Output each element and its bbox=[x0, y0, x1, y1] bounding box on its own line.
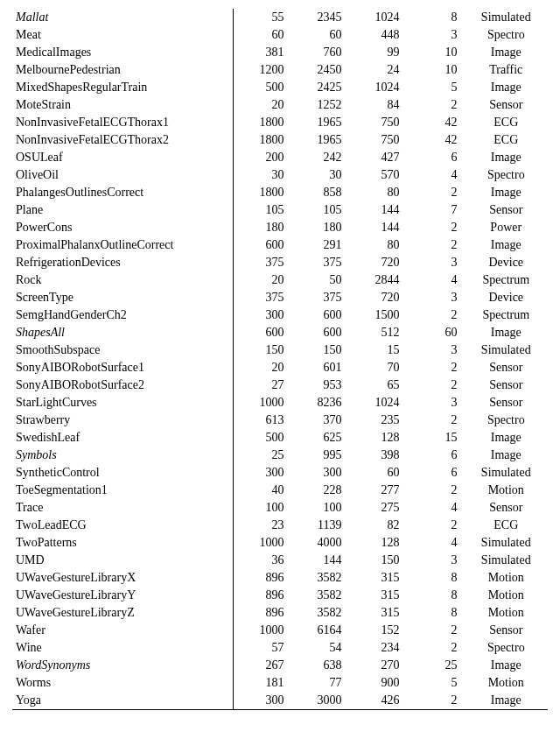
dataset-name: Yoga bbox=[12, 692, 233, 710]
col-3-value: 150 bbox=[349, 552, 407, 569]
dataset-name: Mallat bbox=[12, 9, 233, 26]
dataset-name: NonInvasiveFetalECGThorax2 bbox=[12, 131, 233, 149]
col-2-value: 375 bbox=[291, 254, 349, 271]
col-4-value: 2 bbox=[407, 692, 465, 710]
col-1-value: 1000 bbox=[233, 622, 290, 639]
col-1-value: 40 bbox=[233, 482, 290, 499]
category-value: Image bbox=[465, 79, 548, 96]
category-value: Simulated bbox=[465, 464, 548, 482]
dataset-table: Mallat55234510248SimulatedMeat60604483Sp… bbox=[12, 9, 548, 710]
col-2-value: 228 bbox=[291, 482, 349, 499]
dataset-name: MelbournePedestrian bbox=[12, 61, 233, 79]
col-4-value: 5 bbox=[407, 674, 465, 692]
col-4-value: 6 bbox=[407, 447, 465, 464]
col-3-value: 235 bbox=[349, 412, 407, 429]
col-3-value: 900 bbox=[349, 674, 407, 692]
col-4-value: 3 bbox=[407, 289, 465, 306]
col-3-value: 315 bbox=[349, 604, 407, 622]
category-value: Spectro bbox=[465, 26, 548, 44]
category-value: Image bbox=[465, 429, 548, 447]
col-1-value: 613 bbox=[233, 412, 290, 429]
col-3-value: 1024 bbox=[349, 9, 407, 26]
col-2-value: 1965 bbox=[291, 114, 349, 131]
col-2-value: 2450 bbox=[291, 61, 349, 79]
dataset-name: PhalangesOutlinesCorrect bbox=[12, 184, 233, 201]
table-row: SyntheticControl300300606Simulated bbox=[12, 464, 548, 482]
col-3-value: 80 bbox=[349, 184, 407, 201]
col-1-value: 1800 bbox=[233, 131, 290, 149]
col-1-value: 375 bbox=[233, 289, 290, 306]
col-4-value: 3 bbox=[407, 552, 465, 569]
col-1-value: 1800 bbox=[233, 114, 290, 131]
col-4-value: 7 bbox=[407, 201, 465, 219]
dataset-name: Strawberry bbox=[12, 412, 233, 429]
col-1-value: 300 bbox=[233, 306, 290, 324]
dataset-name: NonInvasiveFetalECGThorax1 bbox=[12, 114, 233, 131]
table-row: RefrigerationDevices3753757203Device bbox=[12, 254, 548, 271]
col-4-value: 3 bbox=[407, 254, 465, 271]
col-2-value: 2345 bbox=[291, 9, 349, 26]
col-4-value: 8 bbox=[407, 604, 465, 622]
col-4-value: 2 bbox=[407, 622, 465, 639]
col-2-value: 54 bbox=[291, 639, 349, 657]
col-1-value: 1800 bbox=[233, 184, 290, 201]
col-2-value: 3582 bbox=[291, 587, 349, 604]
col-3-value: 15 bbox=[349, 341, 407, 359]
col-2-value: 3582 bbox=[291, 604, 349, 622]
dataset-name: MedicalImages bbox=[12, 44, 233, 61]
col-1-value: 150 bbox=[233, 341, 290, 359]
col-1-value: 30 bbox=[233, 166, 290, 184]
category-value: Power bbox=[465, 219, 548, 236]
dataset-name: SonyAIBORobotSurface1 bbox=[12, 359, 233, 376]
col-3-value: 1024 bbox=[349, 79, 407, 96]
dataset-name: MixedShapesRegularTrain bbox=[12, 79, 233, 96]
col-3-value: 144 bbox=[349, 201, 407, 219]
col-2-value: 30 bbox=[291, 166, 349, 184]
dataset-name: Worms bbox=[12, 674, 233, 692]
table-row: OliveOil30305704Spectro bbox=[12, 166, 548, 184]
col-2-value: 760 bbox=[291, 44, 349, 61]
table-row: StarLightCurves1000823610243Sensor bbox=[12, 394, 548, 412]
category-value: Spectrum bbox=[465, 271, 548, 289]
col-1-value: 300 bbox=[233, 692, 290, 710]
category-value: Motion bbox=[465, 604, 548, 622]
col-3-value: 720 bbox=[349, 254, 407, 271]
category-value: Image bbox=[465, 324, 548, 341]
col-3-value: 720 bbox=[349, 289, 407, 306]
category-value: Simulated bbox=[465, 552, 548, 569]
table-row: SmoothSubspace150150153Simulated bbox=[12, 341, 548, 359]
category-value: Simulated bbox=[465, 341, 548, 359]
table-row: Meat60604483Spectro bbox=[12, 26, 548, 44]
col-2-value: 144 bbox=[291, 552, 349, 569]
dataset-name: UMD bbox=[12, 552, 233, 569]
table-row: UWaveGestureLibraryZ89635823158Motion bbox=[12, 604, 548, 622]
col-4-value: 4 bbox=[407, 499, 465, 517]
table-row: Trace1001002754Sensor bbox=[12, 499, 548, 517]
col-3-value: 570 bbox=[349, 166, 407, 184]
category-value: Motion bbox=[465, 674, 548, 692]
table-row: NonInvasiveFetalECGThorax21800196575042E… bbox=[12, 131, 548, 149]
col-4-value: 2 bbox=[407, 306, 465, 324]
dataset-name: SyntheticControl bbox=[12, 464, 233, 482]
dataset-name: UWaveGestureLibraryY bbox=[12, 587, 233, 604]
category-value: Image bbox=[465, 44, 548, 61]
dataset-name: RefrigerationDevices bbox=[12, 254, 233, 271]
table-row: MedicalImages3817609910Image bbox=[12, 44, 548, 61]
table-row: TwoLeadECG231139822ECG bbox=[12, 517, 548, 534]
table-row: UWaveGestureLibraryX89635823158Motion bbox=[12, 569, 548, 587]
col-2-value: 2425 bbox=[291, 79, 349, 96]
col-4-value: 2 bbox=[407, 96, 465, 114]
col-4-value: 3 bbox=[407, 341, 465, 359]
table-row: MelbournePedestrian120024502410Traffic bbox=[12, 61, 548, 79]
col-1-value: 375 bbox=[233, 254, 290, 271]
category-value: ECG bbox=[465, 114, 548, 131]
table-row: SemgHandGenderCh230060015002Spectrum bbox=[12, 306, 548, 324]
category-value: Image bbox=[465, 447, 548, 464]
category-value: Simulated bbox=[465, 534, 548, 552]
category-value: Sensor bbox=[465, 359, 548, 376]
col-3-value: 82 bbox=[349, 517, 407, 534]
category-value: Sensor bbox=[465, 201, 548, 219]
col-4-value: 2 bbox=[407, 412, 465, 429]
col-4-value: 42 bbox=[407, 131, 465, 149]
col-3-value: 84 bbox=[349, 96, 407, 114]
